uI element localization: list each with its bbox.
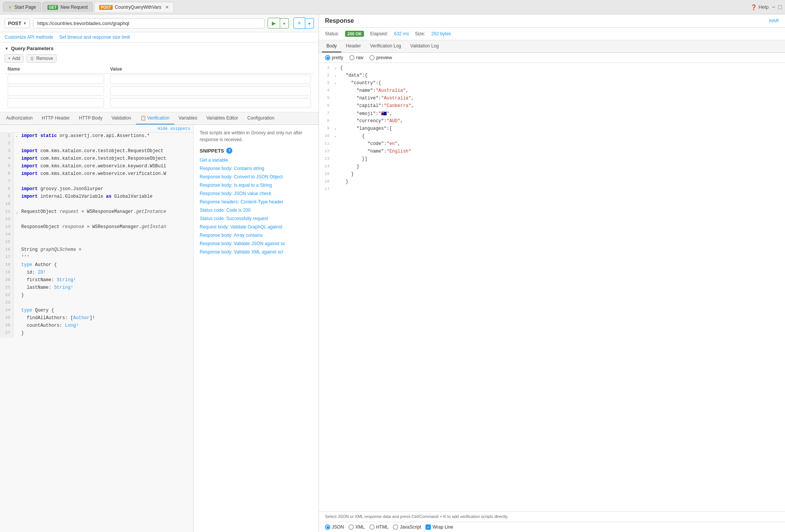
code-line-26: 26 countAuthors: Long! (0, 323, 193, 330)
main-container: POST ▼ ▶ ▼ + ▼ C (0, 14, 785, 532)
wrap-line-checkbox[interactable]: ✓ Wrap Line (426, 524, 453, 530)
add-param-button[interactable]: + Add (5, 54, 24, 63)
tab-http-body[interactable]: HTTP Body (74, 112, 107, 124)
snippet-validate-json[interactable]: Response body: Validate JSON against sc (200, 241, 312, 246)
json-line-9: 9 ▾ "languages":[ (319, 125, 785, 133)
method-dropdown-icon: ▼ (23, 21, 27, 25)
resp-tab-validation-log[interactable]: Validation Log (406, 40, 443, 52)
add-button[interactable]: + (293, 17, 305, 29)
snippet-get-variable[interactable]: Get a variable (200, 157, 312, 163)
snippets-panel: Test scripts are written in Groovy and o… (194, 125, 318, 532)
tab-variables[interactable]: Variables (174, 112, 202, 124)
section-collapse-icon[interactable]: ▼ (5, 46, 9, 51)
resp-tab-body[interactable]: Body (322, 40, 341, 52)
run-dropdown-button[interactable]: ▼ (280, 18, 289, 28)
plus-icon: + (298, 20, 301, 27)
code-line-8: 8 import groovy.json.JsonSlurper (0, 186, 193, 194)
format-js-radio[interactable]: JavaScript (393, 524, 421, 530)
format-json-radio[interactable]: JSON (325, 524, 344, 530)
timeout-link[interactable]: Set timeout and response size limit (59, 35, 130, 40)
status-row: Status: 200 OK Elapsed: 632 ms Size: 292… (319, 28, 785, 40)
help-button[interactable]: ❓ Help (750, 4, 769, 10)
param-name-input-3[interactable] (8, 98, 104, 107)
param-value-input-1[interactable] (110, 75, 311, 84)
method-badge-get: GET (47, 5, 58, 10)
tab-verification[interactable]: 📋 Verification (136, 112, 174, 124)
format-preview[interactable]: preview (369, 55, 392, 60)
bottom-info-text: Select JSON or XML response data and pre… (325, 514, 508, 519)
snippet-content-type[interactable]: Response headers: Content-Type header (200, 199, 312, 205)
method-select[interactable]: POST ▼ (5, 19, 30, 28)
format-pretty[interactable]: pretty (325, 55, 343, 60)
json-viewer[interactable]: 1 ▾ { 2 ▾ "data":{ 3 ▾ "country":{ 4 "na… (319, 63, 785, 511)
snippet-contains-string[interactable]: Response body: Contains string (200, 166, 312, 171)
editor-area: Hide snippets 1 ▾ import static org.asse… (0, 125, 318, 532)
xml-radio-icon (348, 524, 354, 530)
format-xml-radio[interactable]: XML (348, 524, 365, 530)
code-line-9: 9 import internal.GlobalVariable as Glob… (0, 194, 193, 201)
hide-snippets-button[interactable]: Hide snippets (0, 125, 193, 133)
code-line-17: 17 ''' (0, 254, 193, 262)
param-value-input-3[interactable] (110, 98, 311, 107)
url-input[interactable] (33, 18, 265, 28)
snippet-array-contains[interactable]: Response body: Array contains (200, 233, 312, 238)
snippet-json-value-check[interactable]: Response body: JSON value check (200, 191, 312, 196)
resp-tab-header[interactable]: Header (341, 40, 365, 52)
code-line-4: 4 import com.kms.katalon.core.testobject… (0, 156, 193, 163)
param-row (5, 97, 314, 109)
tab-variables-editor[interactable]: Variables Editor (202, 112, 243, 124)
json-line-10: 10 ▾ { (319, 133, 785, 140)
tab-start-page[interactable]: ★ Start Page (3, 2, 41, 12)
play-icon: ▶ (272, 20, 276, 26)
code-line-12: 12 (0, 216, 193, 224)
tab-http-header[interactable]: HTTP Header (37, 112, 74, 124)
run-button[interactable]: ▶ (268, 18, 280, 28)
format-raw[interactable]: raw (349, 55, 363, 60)
links-row: Customize API methods Set timeout and re… (0, 32, 318, 42)
json-line-17: 17 (319, 186, 785, 194)
add-param-icon: + (8, 56, 11, 61)
code-line-5: 5 import com.kms.katalon.core.webservice… (0, 163, 193, 171)
json-line-3: 3 ▾ "country":{ (319, 80, 785, 87)
tab-country-query[interactable]: POST CountryQueryWithVars ✕ (94, 2, 174, 12)
maximize-button[interactable]: □ (778, 4, 782, 11)
remove-param-icon: 🗑 (30, 56, 35, 61)
format-html-radio[interactable]: HTML (369, 524, 389, 530)
param-name-input-2[interactable] (8, 87, 104, 96)
size-label: Size: (415, 31, 425, 36)
snippet-validate-xml[interactable]: Response body: Validate XML against scl (200, 249, 312, 255)
tab-new-request[interactable]: GET New Request (43, 2, 93, 12)
snippets-title-label: SNIPPETS (200, 148, 224, 154)
add-dropdown-button[interactable]: ▼ (305, 18, 314, 28)
param-name-input-1[interactable] (8, 75, 104, 84)
json-line-15: 15 } (319, 171, 785, 178)
snippet-status-200[interactable]: Status code: Code is 200 (200, 208, 312, 213)
resp-tab-verification-log[interactable]: Verification Log (366, 40, 406, 52)
code-line-27: 27 } (0, 330, 193, 338)
tab-authorization[interactable]: Authorization (2, 112, 37, 124)
tab-close-icon[interactable]: ✕ (165, 5, 169, 10)
json-line-4: 4 "name":"Australia", (319, 87, 785, 95)
code-editor[interactable]: Hide snippets 1 ▾ import static org.asse… (0, 125, 194, 532)
snippets-help-icon[interactable]: ? (226, 148, 232, 154)
customize-api-link[interactable]: Customize API methods (5, 35, 53, 40)
snippet-validate-graphql[interactable]: Request body: Validate GraphQL against (200, 224, 312, 230)
json-line-16: 16 } (319, 178, 785, 186)
tab-configuration[interactable]: Configuration (243, 112, 279, 124)
har-link[interactable]: HAR (769, 18, 779, 24)
pretty-label: pretty (332, 55, 343, 60)
remove-param-label: Remove (36, 56, 53, 61)
params-table: Name Value (5, 65, 314, 109)
help-circle-icon: ❓ (750, 4, 757, 10)
snippet-status-success[interactable]: Status code: Successfully request (200, 216, 312, 221)
snippet-convert-json[interactable]: Response body: Convert to JSON Object (200, 174, 312, 179)
param-value-input-2[interactable] (110, 87, 311, 96)
title-bar: ★ Start Page GET New Request POST Countr… (0, 0, 785, 14)
remove-param-button[interactable]: 🗑 Remove (27, 54, 57, 63)
code-line-24: 24 type Query { (0, 307, 193, 315)
tab-validation[interactable]: Validation (107, 112, 136, 124)
snippet-equal-string[interactable]: Response body: Is equal to a String (200, 183, 312, 188)
minimize-button[interactable]: − (772, 4, 775, 11)
add-param-label: Add (12, 56, 20, 61)
html-radio-icon (369, 524, 375, 530)
